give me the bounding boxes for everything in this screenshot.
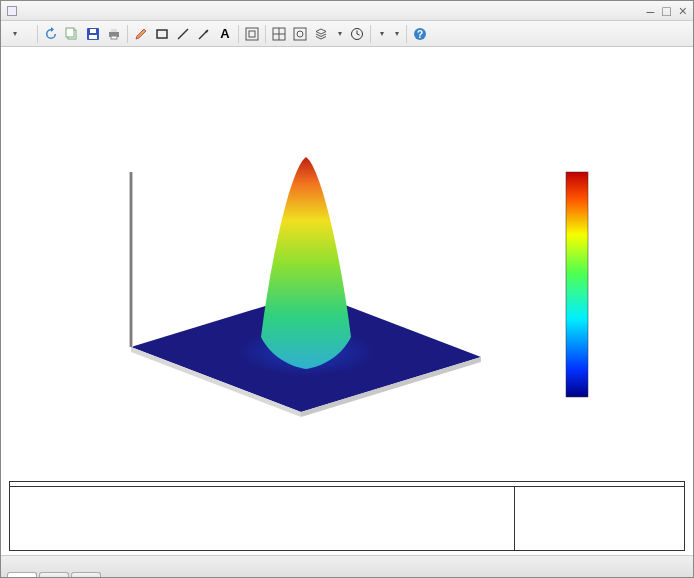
close-icon[interactable]: × — [679, 3, 687, 19]
surface-plot — [131, 157, 481, 417]
plot-area[interactable] — [1, 47, 693, 477]
svg-rect-7 — [111, 36, 117, 39]
svg-point-17 — [297, 31, 303, 37]
rectangle-icon[interactable] — [152, 24, 172, 44]
plot-svg — [1, 47, 693, 477]
svg-rect-11 — [246, 28, 258, 40]
info-panel — [9, 481, 685, 551]
svg-rect-1 — [66, 28, 74, 37]
toolbar: ▾ A ▾ ▾ ▾ ? — [1, 21, 693, 47]
tab-text[interactable] — [71, 572, 101, 577]
layers-icon[interactable] — [311, 24, 331, 44]
svg-line-20 — [357, 34, 360, 35]
svg-rect-4 — [90, 29, 96, 33]
pencil-icon[interactable] — [131, 24, 151, 44]
help-icon[interactable]: ? — [410, 24, 430, 44]
titlebar: – □ × — [1, 1, 693, 21]
print-icon[interactable] — [104, 24, 124, 44]
tab-graph[interactable] — [7, 572, 37, 577]
z-axis — [129, 172, 133, 347]
svg-rect-16 — [294, 28, 306, 40]
svg-rect-8 — [157, 30, 167, 38]
zoom-tool-icon[interactable] — [242, 24, 262, 44]
copy-icon[interactable] — [62, 24, 82, 44]
svg-rect-3 — [89, 35, 97, 39]
tab-strip — [1, 555, 693, 577]
svg-text:?: ? — [417, 29, 423, 40]
window: – □ × ▾ A ▾ ▾ ▾ ? — [0, 0, 694, 578]
automatic-dropdown[interactable]: ▾ — [389, 29, 403, 38]
standard-dropdown[interactable]: ▾ — [374, 29, 388, 38]
clock-icon[interactable] — [347, 24, 367, 44]
svg-rect-6 — [111, 29, 117, 32]
svg-rect-28 — [566, 172, 588, 397]
line-icon[interactable] — [173, 24, 193, 44]
minimize-icon[interactable]: – — [647, 3, 655, 19]
svg-rect-12 — [249, 31, 255, 37]
target-icon[interactable] — [290, 24, 310, 44]
crosshair-icon[interactable] — [269, 24, 289, 44]
info-right — [514, 487, 684, 550]
window-icon — [7, 6, 17, 16]
info-left — [10, 487, 514, 550]
grid-size-dropdown[interactable]: ▾ — [332, 29, 346, 38]
refresh-icon[interactable] — [41, 24, 61, 44]
arrow-icon[interactable] — [194, 24, 214, 44]
maximize-icon[interactable]: □ — [662, 3, 670, 19]
save-icon[interactable] — [83, 24, 103, 44]
tab-classic[interactable] — [39, 572, 69, 577]
text-tool-icon[interactable]: A — [215, 24, 235, 44]
colorbar — [566, 172, 588, 397]
svg-line-9 — [178, 29, 188, 39]
chevron-down-icon[interactable]: ▾ — [5, 24, 25, 44]
